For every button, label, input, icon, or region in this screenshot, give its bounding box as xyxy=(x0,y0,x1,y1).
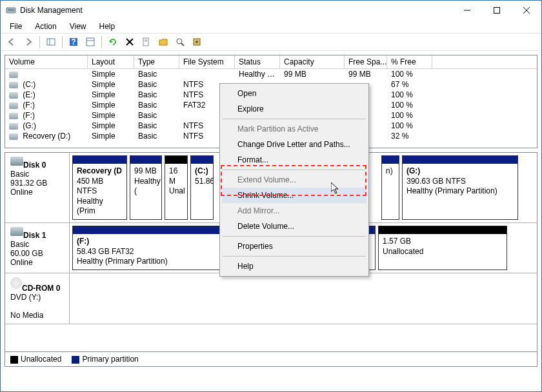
menu-bar: File Action View Help xyxy=(1,20,541,33)
ctx-change-drive-letter[interactable]: Change Drive Letter and Paths... xyxy=(222,137,366,152)
ctx-extend-volume: Extend Volume... xyxy=(222,172,366,188)
delete-icon[interactable] xyxy=(123,35,137,49)
show-hide-button[interactable] xyxy=(44,35,58,49)
back-button[interactable] xyxy=(5,35,19,49)
list-header: Volume Layout Type File System Status Ca… xyxy=(5,55,537,69)
partition[interactable]: (G:)390.63 GB NTFSHealthy (Primary Parti… xyxy=(402,155,518,220)
partition[interactable]: (C:)51.86 xyxy=(190,155,214,220)
svg-text:?: ? xyxy=(71,37,75,46)
refresh-button[interactable] xyxy=(106,35,120,49)
svg-rect-15 xyxy=(143,38,148,46)
svg-rect-1 xyxy=(8,9,14,10)
maximize-button[interactable] xyxy=(482,1,512,20)
svg-rect-4 xyxy=(494,8,500,14)
disk-partitions xyxy=(70,273,537,324)
table-row[interactable]: SimpleBasicHealthy (E...99 MB99 MB100 % xyxy=(5,69,537,79)
col-status[interactable]: Status xyxy=(235,55,280,68)
svg-rect-7 xyxy=(47,39,55,45)
disk-label: Disk 0Basic931.32 GBOnline xyxy=(5,153,70,222)
col-free[interactable]: Free Spa... xyxy=(345,55,387,68)
view-icon[interactable] xyxy=(83,35,97,49)
menu-file[interactable]: File xyxy=(5,21,27,32)
partition[interactable]: 16 MUnal xyxy=(165,155,188,220)
menu-view[interactable]: View xyxy=(65,21,92,32)
disk-block: CD-ROM 0DVD (Y:)No Media xyxy=(5,273,537,324)
menu-action[interactable]: Action xyxy=(30,21,61,32)
folder-icon[interactable] xyxy=(156,35,170,49)
content-area: Volume Layout Type File System Status Ca… xyxy=(1,51,541,391)
ctx-properties[interactable]: Properties xyxy=(222,239,366,254)
ctx-delete-volume[interactable]: Delete Volume... xyxy=(222,219,366,234)
svg-point-18 xyxy=(177,39,182,44)
ctx-add-mirror: Add Mirror... xyxy=(222,203,366,219)
ctx-open[interactable]: Open xyxy=(222,86,366,101)
disk-label: Disk 1Basic60.00 GBOnline xyxy=(5,223,70,273)
properties-icon[interactable] xyxy=(139,35,154,49)
svg-rect-2 xyxy=(8,10,14,11)
col-layout[interactable]: Layout xyxy=(88,55,134,68)
settings-icon[interactable] xyxy=(190,35,204,49)
col-type[interactable]: Type xyxy=(134,55,179,68)
ctx-mark-active: Mark Partition as Active xyxy=(222,121,366,137)
svg-line-19 xyxy=(181,43,184,46)
context-menu: Open Explore Mark Partition as Active Ch… xyxy=(219,83,369,277)
window-title: Disk Management xyxy=(20,6,452,15)
menu-help[interactable]: Help xyxy=(94,21,121,32)
minimize-button[interactable] xyxy=(452,1,482,20)
legend-unallocated: Unallocated xyxy=(10,355,61,364)
col-filesystem[interactable]: File System xyxy=(179,55,235,68)
col-percent[interactable]: % Free xyxy=(387,55,432,68)
ctx-shrink-volume[interactable]: Shrink Volume... xyxy=(222,188,366,203)
svg-rect-11 xyxy=(86,38,94,46)
col-capacity[interactable]: Capacity xyxy=(280,55,345,68)
legend: Unallocated Primary partition xyxy=(5,352,537,367)
partition[interactable]: n) xyxy=(381,155,399,220)
titlebar: Disk Management xyxy=(1,1,541,20)
ctx-format[interactable]: Format... xyxy=(222,152,366,168)
partition[interactable]: Recovery (D450 MB NTFSHealthy (Prim xyxy=(72,155,127,220)
partition[interactable]: 1.57 GBUnallocated xyxy=(378,226,507,270)
disk-label: CD-ROM 0DVD (Y:)No Media xyxy=(5,273,70,324)
help-button[interactable]: ? xyxy=(66,35,81,49)
close-button[interactable] xyxy=(512,1,541,20)
col-volume[interactable]: Volume xyxy=(5,55,88,68)
toolbar: ? xyxy=(1,33,541,51)
svg-point-21 xyxy=(196,41,198,43)
partition[interactable]: 99 MBHealthy ( xyxy=(130,155,162,220)
ctx-explore[interactable]: Explore xyxy=(222,101,366,117)
ctx-help[interactable]: Help xyxy=(222,259,366,274)
cursor-icon xyxy=(331,182,341,195)
search-icon[interactable] xyxy=(173,35,187,49)
legend-primary: Primary partition xyxy=(72,355,138,364)
app-icon xyxy=(6,5,16,15)
forward-button[interactable] xyxy=(21,35,35,49)
